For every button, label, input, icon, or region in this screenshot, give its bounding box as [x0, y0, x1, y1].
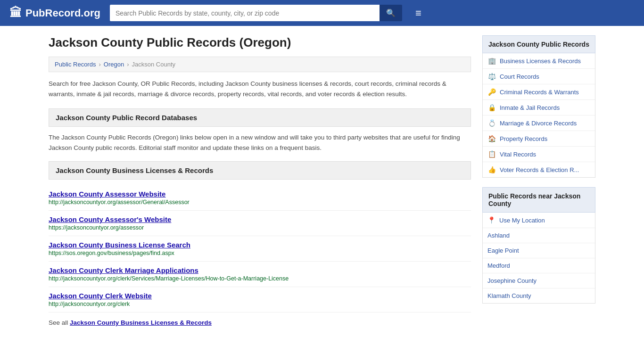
main-container: Jackson County Public Records (Oregon) P…	[39, 26, 605, 345]
scales-icon: ⚖️	[487, 73, 496, 80]
databases-desc: The Jackson County Public Records (Orego…	[49, 132, 471, 153]
sidebar-item-josephine[interactable]: Josephine County	[483, 273, 595, 288]
links-list: Jackson County Assessor Website http://j…	[49, 185, 471, 313]
sidebar-item-klamath[interactable]: Klamath County	[483, 288, 595, 303]
sidebar-item-use-location[interactable]: 📍 Use My Location	[483, 213, 595, 228]
breadcrumb-oregon[interactable]: Oregon	[104, 61, 124, 68]
sidebar-link-ashland[interactable]: Ashland	[487, 232, 510, 239]
sidebar-link-property[interactable]: Property Records	[500, 135, 547, 142]
sidebar-link-medford[interactable]: Medford	[487, 262, 510, 269]
logo[interactable]: 🏛 PubRecord.org	[9, 6, 100, 20]
breadcrumb: Public Records › Oregon › Jackson County	[49, 57, 471, 72]
menu-button[interactable]: ≡	[415, 7, 421, 19]
link-business-license[interactable]: Jackson County Business License Search	[49, 241, 190, 249]
link-assessor-website[interactable]: Jackson County Assessor Website	[49, 190, 165, 198]
sidebar-link-inmate[interactable]: Inmate & Jail Records	[500, 104, 560, 111]
search-button[interactable]: 🔍	[380, 5, 402, 21]
link-assessor-website-url[interactable]: http://jacksoncountyor.org/assessor/Gene…	[49, 199, 190, 206]
search-input[interactable]	[110, 5, 380, 21]
link-clerk-marriage-url[interactable]: http://jacksoncountyor.org/clerk/Service…	[49, 275, 289, 282]
sidebar-item-court[interactable]: ⚖️ Court Records	[483, 69, 595, 84]
list-item: Jackson County Clerk Website http://jack…	[49, 287, 471, 313]
list-item: Jackson County Business License Search h…	[49, 236, 471, 262]
sidebar-item-voter[interactable]: 👍 Voter Records & Election R...	[483, 162, 595, 177]
sidebar-nearby-section: Public Records near Jackson County 📍 Use…	[482, 187, 595, 304]
sidebar-link-josephine[interactable]: Josephine County	[487, 277, 537, 284]
sidebar: Jackson County Public Records 🏢 Business…	[482, 35, 595, 326]
house-icon: 🏠	[487, 135, 496, 142]
sidebar-link-criminal[interactable]: Criminal Records & Warrants	[500, 89, 579, 96]
sidebar-nearby-list: 📍 Use My Location Ashland Eagle Point Me…	[482, 213, 595, 304]
sidebar-item-inmate[interactable]: 🔒 Inmate & Jail Records	[483, 100, 595, 115]
see-all-text: See all Jackson County Business Licenses…	[49, 319, 471, 326]
clipboard-icon: 📋	[487, 150, 496, 158]
lock-icon: 🔒	[487, 104, 496, 111]
logo-text: PubRecord.org	[25, 7, 100, 19]
sidebar-records-list: 🏢 Business Licenses & Records ⚖️ Court R…	[482, 53, 595, 178]
link-clerk-marriage[interactable]: Jackson County Clerk Marriage Applicatio…	[49, 266, 198, 274]
sidebar-item-eagle-point[interactable]: Eagle Point	[483, 243, 595, 258]
sidebar-link-business[interactable]: Business Licenses & Records	[500, 58, 581, 65]
link-clerk-website[interactable]: Jackson County Clerk Website	[49, 292, 152, 300]
sidebar-records-header: Jackson County Public Records	[482, 35, 595, 53]
databases-section-header: Jackson County Public Record Databases	[49, 108, 471, 127]
sidebar-item-property[interactable]: 🏠 Property Records	[483, 131, 595, 147]
sidebar-link-voter[interactable]: Voter Records & Election R...	[500, 166, 579, 173]
list-item: Jackson County Assessor's Website https:…	[49, 211, 471, 236]
sidebar-link-court[interactable]: Court Records	[500, 73, 539, 80]
location-pin-icon: 📍	[487, 216, 495, 224]
breadcrumb-jackson: Jackson County	[132, 61, 176, 68]
logo-icon: 🏛	[9, 6, 22, 20]
breadcrumb-sep-2: ›	[127, 61, 129, 68]
business-section-header: Jackson County Business Licenses & Recor…	[49, 161, 471, 180]
intro-text: Search for free Jackson County, OR Publi…	[49, 79, 471, 99]
sidebar-item-marriage[interactable]: 💍 Marriage & Divorce Records	[483, 115, 595, 131]
list-item: Jackson County Assessor Website http://j…	[49, 185, 471, 211]
sidebar-item-medford[interactable]: Medford	[483, 258, 595, 273]
breadcrumb-public-records[interactable]: Public Records	[55, 61, 96, 68]
content-area: Jackson County Public Records (Oregon) P…	[49, 35, 471, 326]
link-assessor-website2[interactable]: Jackson County Assessor's Website	[49, 215, 171, 223]
thumbsup-icon: 👍	[487, 166, 496, 173]
search-bar: 🔍	[110, 5, 402, 21]
sidebar-nearby-header: Public Records near Jackson County	[482, 187, 595, 213]
page-title: Jackson County Public Records (Oregon)	[49, 35, 471, 50]
sidebar-link-vital[interactable]: Vital Records	[500, 151, 536, 158]
sidebar-records-section: Jackson County Public Records 🏢 Business…	[482, 35, 595, 178]
link-assessor-website2-url[interactable]: https://jacksoncountyor.org/assessor	[49, 224, 144, 231]
sidebar-item-business[interactable]: 🏢 Business Licenses & Records	[483, 53, 595, 69]
see-all-link[interactable]: Jackson County Business Licenses & Recor…	[70, 319, 212, 326]
building-icon: 🏢	[487, 57, 496, 65]
link-business-license-url[interactable]: https://sos.oregon.gov/business/pages/fi…	[49, 250, 174, 256]
list-item: Jackson County Clerk Marriage Applicatio…	[49, 262, 471, 287]
sidebar-item-vital[interactable]: 📋 Vital Records	[483, 147, 595, 162]
ring-icon: 💍	[487, 119, 496, 127]
sidebar-link-marriage[interactable]: Marriage & Divorce Records	[500, 120, 577, 127]
sidebar-link-eagle-point[interactable]: Eagle Point	[487, 247, 519, 254]
link-clerk-website-url[interactable]: http://jacksoncountyor.org/clerk	[49, 301, 130, 307]
key-icon: 🔑	[487, 88, 496, 96]
sidebar-item-criminal[interactable]: 🔑 Criminal Records & Warrants	[483, 84, 595, 100]
sidebar-item-ashland[interactable]: Ashland	[483, 228, 595, 243]
breadcrumb-sep-1: ›	[99, 61, 100, 68]
sidebar-link-klamath[interactable]: Klamath County	[487, 292, 531, 299]
sidebar-link-use-location[interactable]: Use My Location	[499, 217, 545, 224]
